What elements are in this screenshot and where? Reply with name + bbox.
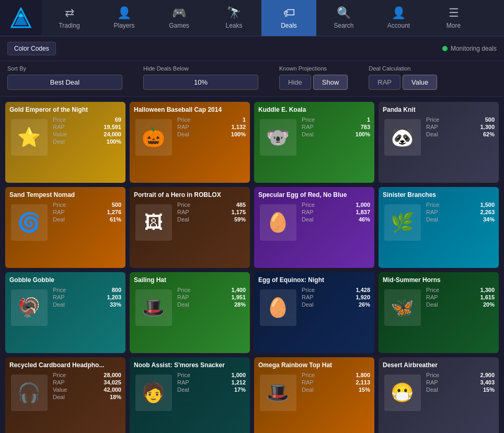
deal-card-9[interactable]: Gobble Gobble 🦃 Price 800 RAP 1,203 Deal… xyxy=(5,272,125,353)
nav-item-more[interactable]: ☰ More xyxy=(426,0,481,36)
card-img-placeholder: 🥚 xyxy=(260,204,296,241)
price-label: Price xyxy=(177,372,190,378)
deal-card-4[interactable]: Panda Knit 🐼 Price 500 RAP 1,300 Deal 62… xyxy=(379,102,499,183)
nav-item-search[interactable]: 🔍 Search xyxy=(316,0,371,36)
deal-card-2[interactable]: Halloween Baseball Cap 2014 🎃 Price 1 RA… xyxy=(130,102,250,183)
card-body: 🐼 Price 500 RAP 1,300 Deal 62% xyxy=(383,116,495,158)
rap-label: RAP xyxy=(177,379,189,385)
deal-card-3[interactable]: Kuddle E. Koala 🐨 Price 1 RAP 783 Deal 1… xyxy=(254,102,374,183)
deal-card-16[interactable]: Desert Airbreather 😷 Price 2,900 RAP 3,4… xyxy=(379,357,499,433)
stat-deal-row: Deal 100% xyxy=(53,138,121,145)
price-value: 800 xyxy=(112,287,121,293)
card-image: 🎧 xyxy=(9,372,49,414)
nav-item-deals[interactable]: 🏷 Deals xyxy=(261,0,316,36)
sort-by-button[interactable]: Best Deal xyxy=(7,75,122,90)
item-icon: 🥚 xyxy=(266,212,290,233)
nav-label-players: Players xyxy=(113,22,134,29)
card-title: Egg of Equinox: Night xyxy=(258,276,370,284)
deal-card-12[interactable]: Mid-Summer Horns 🦋 Price 1,300 RAP 1,615… xyxy=(379,272,499,353)
deal-calc-value-button[interactable]: Value xyxy=(403,75,437,90)
price-value: 1,428 xyxy=(356,287,370,293)
price-value: 28,000 xyxy=(104,372,121,378)
deal-card-7[interactable]: Specular Egg of Red, No Blue 🥚 Price 1,0… xyxy=(254,187,374,268)
card-title: Panda Knit xyxy=(383,106,495,113)
deal-card-5[interactable]: Sand Tempest Nomad 🌀 Price 500 RAP 1,276… xyxy=(5,187,125,268)
stat-rap-row: RAP 2,113 xyxy=(302,379,370,385)
deal-card-6[interactable]: Portrait of a Hero in ROBLOX 🖼 Price 485… xyxy=(130,187,250,268)
card-body: 🎩 Price 1,400 RAP 1,951 Deal 28% xyxy=(134,287,246,329)
stat-rap-row: RAP 1,300 xyxy=(426,124,495,130)
stat-rap-row: RAP 1,615 xyxy=(426,294,495,300)
card-stats: Price 800 RAP 1,203 Deal 33% xyxy=(53,287,121,329)
deal-label: Deal xyxy=(53,301,65,308)
price-label: Price xyxy=(53,287,66,293)
card-image: 🌀 xyxy=(9,202,49,243)
nav-item-games[interactable]: 🎮 Games xyxy=(152,0,207,36)
card-img-placeholder: 🎧 xyxy=(11,375,48,411)
card-stats: Price 28,000 RAP 34,025 Value 42,000 Dea… xyxy=(53,372,121,414)
deal-label: Deal xyxy=(426,131,438,137)
stat-price-row: Price 1,400 xyxy=(177,287,246,293)
item-icon: 🎃 xyxy=(142,126,165,148)
trading-icon: ⇄ xyxy=(65,6,74,20)
deal-calc-rap-button[interactable]: RAP xyxy=(369,75,400,90)
stat-price-row: Price 2,900 xyxy=(426,372,495,378)
projections-show-button[interactable]: Show xyxy=(313,75,348,90)
stat-deal-row: Deal 20% xyxy=(426,301,495,308)
card-img-placeholder: 🦃 xyxy=(11,289,48,326)
stat-price-row: Price 1,800 xyxy=(302,372,370,378)
deal-card-1[interactable]: Gold Emperor of the Night ⭐ Price 69 RAP… xyxy=(5,102,125,183)
card-body: ⭐ Price 69 RAP 19,591 Value 24,000 Deal … xyxy=(9,116,121,158)
card-img-placeholder: ⭐ xyxy=(11,119,48,156)
monitoring-status: Monitoring deals xyxy=(442,45,497,52)
card-title: Recycled Cardboard Headpho... xyxy=(9,361,121,369)
deal-card-11[interactable]: Egg of Equinox: Night 🥚 Price 1,428 RAP … xyxy=(254,272,374,353)
deal-label: Deal xyxy=(302,131,314,137)
card-image: 🐼 xyxy=(383,116,422,158)
deal-label: Deal xyxy=(302,301,314,308)
nav-item-players[interactable]: 👤 Players xyxy=(97,0,152,36)
nav-item-trading[interactable]: ⇄ Trading xyxy=(42,0,97,36)
price-value: 1,500 xyxy=(480,202,495,208)
price-value: 500 xyxy=(485,116,495,123)
price-label: Price xyxy=(302,116,315,123)
deal-card-10[interactable]: Sailing Hat 🎩 Price 1,400 RAP 1,951 Deal… xyxy=(130,272,250,353)
deal-calculation-group: Deal Calculation RAP Value xyxy=(369,65,437,90)
stat-price-row: Price 1 xyxy=(177,116,246,123)
projections-hide-button[interactable]: Hide xyxy=(279,75,311,90)
stat-rap-row: RAP 34,025 xyxy=(53,379,121,385)
card-body: 😷 Price 2,900 RAP 3,403 Deal 15% xyxy=(383,372,495,414)
item-icon: 😷 xyxy=(391,382,414,404)
stat-rap-row: RAP 2,263 xyxy=(426,209,495,215)
deal-card-15[interactable]: Omega Rainbow Top Hat 🎩 Price 1,800 RAP … xyxy=(254,357,374,433)
nav-item-leaks[interactable]: 🔭 Leaks xyxy=(207,0,261,36)
deal-card-8[interactable]: Sinister Branches 🌿 Price 1,500 RAP 2,26… xyxy=(379,187,499,268)
card-title: Sinister Branches xyxy=(383,191,495,198)
card-image: 🎩 xyxy=(134,287,173,329)
rap-value: 1,615 xyxy=(480,294,495,300)
price-label: Price xyxy=(302,287,315,293)
deals-icon: 🏷 xyxy=(283,6,295,20)
nav-item-account[interactable]: 👤 Account xyxy=(371,0,426,36)
card-stats: Price 1 RAP 783 Deal 100% xyxy=(302,116,370,158)
value-value: 24,000 xyxy=(104,131,121,137)
card-img-placeholder: 🎩 xyxy=(260,375,296,411)
rap-value: 1,837 xyxy=(356,209,370,215)
card-img-placeholder: 🌿 xyxy=(384,204,421,241)
color-codes-button[interactable]: Color Codes xyxy=(7,42,56,55)
rap-label: RAP xyxy=(177,209,189,215)
deal-value: 26% xyxy=(359,301,370,308)
value-value: 42,000 xyxy=(104,387,121,393)
deal-card-14[interactable]: Noob Assist: S'mores Snacker 🧑 Price 1,0… xyxy=(130,357,250,433)
hide-deals-button[interactable]: 10% xyxy=(143,75,258,90)
card-stats: Price 485 RAP 1,175 Deal 59% xyxy=(177,202,246,243)
deal-label: Deal xyxy=(177,216,189,223)
rap-value: 1,132 xyxy=(231,124,246,130)
card-img-placeholder: 🎩 xyxy=(135,289,172,326)
deal-label: Deal xyxy=(302,216,314,223)
stat-deal-row: Deal 15% xyxy=(426,387,495,393)
deal-value: 28% xyxy=(234,301,246,308)
deal-card-13[interactable]: Recycled Cardboard Headpho... 🎧 Price 28… xyxy=(5,357,125,433)
card-title: Portrait of a Hero in ROBLOX xyxy=(134,191,246,198)
search-icon: 🔍 xyxy=(337,6,351,20)
